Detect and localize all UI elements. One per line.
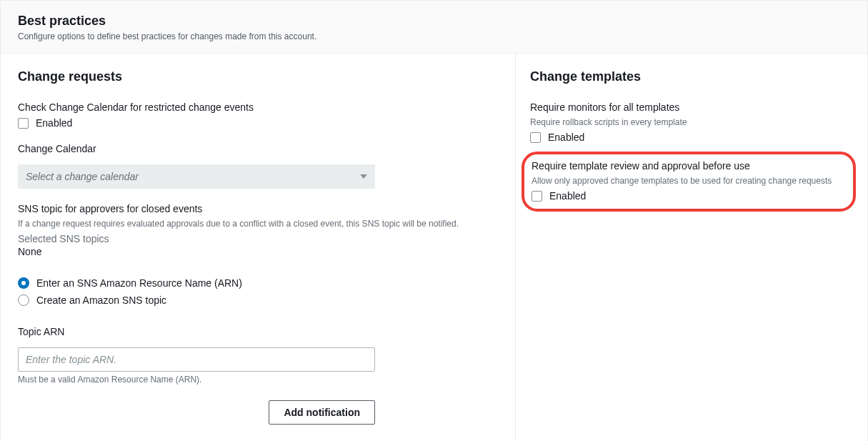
require-review-enabled-label: Enabled: [549, 190, 586, 202]
change-templates-section: Change templates Require monitors for al…: [515, 54, 867, 441]
panel-header: Best practices Configure options to defi…: [1, 1, 867, 54]
change-requests-section: Change requests Check Change Calendar fo…: [1, 54, 515, 441]
require-monitors-help: Require rollback scripts in every templa…: [530, 117, 850, 127]
change-calendar-select[interactable]: Select a change calendar: [18, 164, 375, 189]
sns-topic-label: SNS topic for approvers for closed event…: [18, 203, 498, 214]
require-monitors-block: Require monitors for all templates Requi…: [530, 101, 850, 143]
require-review-block: Require template review and approval bef…: [532, 160, 843, 202]
panel-body: Change requests Check Change Calendar fo…: [1, 54, 867, 441]
topic-arn-input[interactable]: [18, 347, 375, 372]
enter-arn-radio[interactable]: [18, 277, 29, 289]
panel-title: Best practices: [18, 14, 850, 29]
create-topic-radio[interactable]: [18, 294, 29, 306]
change-calendar-placeholder: Select a change calendar: [26, 171, 139, 182]
require-review-highlight: Require template review and approval bef…: [522, 152, 856, 212]
check-calendar-checkbox[interactable]: [18, 118, 29, 129]
sns-topic-help: If a change request requires evaluated a…: [18, 219, 498, 229]
check-calendar-enabled-label: Enabled: [36, 117, 72, 129]
add-notification-button[interactable]: Add notification: [269, 400, 375, 425]
require-review-label: Require template review and approval bef…: [532, 160, 843, 172]
require-review-help: Allow only approved change templates to …: [532, 176, 843, 186]
check-calendar-label: Check Change Calendar for restricted cha…: [18, 101, 498, 113]
best-practices-panel: Best practices Configure options to defi…: [0, 0, 868, 441]
chevron-down-icon: [360, 174, 367, 179]
selected-sns-value: None: [18, 246, 498, 257]
topic-arn-label: Topic ARN: [18, 326, 498, 337]
require-review-checkbox[interactable]: [532, 191, 542, 202]
topic-arn-hint: Must be a valid Amazon Resource Name (AR…: [18, 375, 498, 385]
require-monitors-label: Require monitors for all templates: [530, 101, 850, 113]
require-monitors-enabled-label: Enabled: [548, 132, 584, 143]
change-templates-title: Change templates: [530, 69, 850, 84]
change-calendar-field-label: Change Calendar: [18, 143, 498, 154]
require-monitors-checkbox[interactable]: [530, 132, 541, 143]
selected-sns-label: Selected SNS topics: [18, 233, 498, 244]
enter-arn-radio-label: Enter an SNS Amazon Resource Name (ARN): [36, 277, 242, 289]
change-requests-title: Change requests: [18, 69, 498, 84]
create-topic-radio-label: Create an Amazon SNS topic: [36, 294, 166, 306]
panel-subtitle: Configure options to define best practic…: [18, 31, 850, 41]
